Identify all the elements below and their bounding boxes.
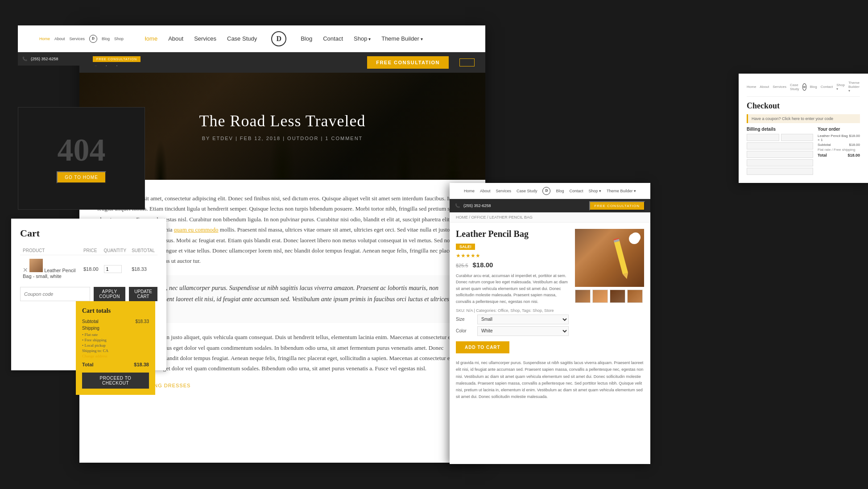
breadcrumb: HOME / OFFICE / LEATHER PENCIL BAG — [456, 215, 533, 220]
go-home-button[interactable]: GO TO HOME — [57, 171, 106, 183]
nav-item-services[interactable]: Services — [194, 35, 216, 42]
col-quantity: Quantity — [101, 246, 129, 255]
product-detail-panel: Home About Services Case Study D Blog Co… — [450, 183, 650, 464]
address-field[interactable] — [747, 159, 813, 166]
nav-logo[interactable]: D — [271, 31, 286, 46]
nav-item-theme-builder[interactable]: Theme Builder — [381, 35, 422, 42]
cart-remove[interactable]: ✕ Leather Pencil Bag - small, white — [20, 255, 81, 283]
cart-price: $18.00 — [81, 255, 101, 283]
order-total-value: $18.00 — [847, 153, 860, 157]
cart-subtotal: $18.33 — [129, 255, 157, 283]
cart-totals: Cart totals Subtotal $18.33 Shipping • F… — [76, 301, 155, 395]
order-item-price: $18.00 — [849, 134, 860, 142]
product-main: Leather Pencil Bag SALE! ★★★★★ $25.5 $18… — [450, 223, 650, 360]
checkout-cols: Billing details Your order Leather Penci… — [747, 127, 860, 176]
hero-meta: BY ETDEV | FEB 12, 2018 | OUTDOOR | 1 CO… — [202, 136, 363, 141]
product-thumbnails — [575, 290, 644, 303]
p404-cta[interactable]: FREE CONSULTATION — [93, 56, 141, 62]
have-coupon[interactable]: Have a coupon? Click here to enter your … — [747, 114, 860, 123]
order-subtotal-val: $18.00 — [849, 143, 860, 147]
cart-title: Cart — [20, 228, 157, 239]
co-nav-shop: Shop ▾ — [836, 83, 845, 91]
order-shipping: Flat rate / Free shipping — [818, 148, 860, 152]
inline-link[interactable]: quam eu commodo — [174, 226, 219, 233]
thumb-1[interactable] — [575, 290, 591, 303]
shipping-opt-flat[interactable]: • Flat rate — [82, 332, 149, 337]
p404-nav-about: About — [54, 37, 65, 41]
size-field-row: Size Small Medium Large — [456, 315, 569, 324]
add-to-cart-button[interactable]: ADD TO CART — [456, 341, 509, 353]
prod-nav-logo[interactable]: D — [542, 187, 550, 195]
cart-table: Product Price Quantity Subtotal ✕ Leathe… — [20, 246, 157, 282]
error-404-number: 404 — [58, 134, 106, 166]
prod-nav-blog[interactable]: Blog — [556, 189, 564, 193]
thumb-4[interactable] — [627, 290, 643, 303]
nav-item-blog[interactable]: Blog — [301, 35, 312, 42]
nav-item-shop[interactable]: Shop — [354, 35, 371, 42]
prod-nav-shop[interactable]: Shop ▾ — [589, 189, 602, 193]
nav-item-case-study[interactable]: Case Study — [227, 35, 257, 42]
order-title: Your order — [818, 127, 860, 132]
last-name-field[interactable] — [781, 134, 814, 141]
nav-item-about[interactable]: About — [168, 35, 183, 42]
first-name-field[interactable] — [747, 134, 779, 141]
p404-nav-blog: Blog — [102, 37, 110, 41]
shipping-to: Shipping to: CA — [82, 348, 149, 353]
zoom-icon[interactable]: ⊕ — [631, 232, 641, 242]
checkout-mini-nav: Home About Services Case Study D Blog Co… — [747, 81, 860, 97]
prod-phone: (255) 352-6258 — [463, 203, 491, 208]
prod-nav-theme[interactable]: Theme Builder ▾ — [607, 189, 636, 193]
cart-coupon-row: APPLY COUPON UPDATE CART — [20, 287, 157, 301]
size-select[interactable]: Small Medium Large — [477, 315, 569, 324]
color-select[interactable]: White Black Brown — [477, 326, 569, 336]
phone-field[interactable] — [747, 168, 813, 175]
thumb-2[interactable] — [592, 290, 608, 303]
p404-phone: (255) 352-6258 — [31, 57, 58, 61]
country-field[interactable] — [747, 151, 813, 158]
coupon-input[interactable] — [20, 287, 90, 301]
update-cart-button[interactable]: UPDATE CART — [129, 287, 157, 301]
product-description: Curabitur arcu erat, accumsan id imperdi… — [456, 273, 569, 305]
proceed-checkout-button[interactable]: PROCEED TO CHECKOUT — [82, 373, 149, 389]
product-new-price: $18.00 — [473, 261, 493, 269]
product-main-image[interactable]: ⊕ — [575, 229, 644, 287]
subtotal-label: Subtotal — [82, 319, 99, 324]
change-address-link[interactable]: Change address — [82, 354, 149, 358]
prod-nav-about[interactable]: About — [480, 189, 491, 193]
order-total-label: Total — [818, 153, 827, 157]
thumb-3[interactable] — [610, 290, 625, 303]
product-body-text: Id gravida mi, nec ullamcorper purus. Su… — [450, 360, 650, 407]
p404-nav-home: Home — [39, 37, 50, 41]
panel-404-darkbar: 📞 (255) 352-6258 FREE CONSULTATION — [18, 52, 145, 66]
co-nav-services: Services — [773, 85, 786, 89]
co-nav-blog: Blog — [810, 85, 817, 89]
company-field[interactable] — [747, 142, 813, 149]
co-nav-theme: Theme Builder ▾ — [848, 81, 860, 93]
shipping-label: Shipping — [82, 326, 99, 331]
order-item-name: Leather Pencil Bag × 1 — [818, 134, 849, 142]
p404-nav-services: Services — [69, 37, 85, 41]
cart-qty[interactable] — [101, 255, 129, 283]
prod-nav-services[interactable]: Services — [496, 189, 511, 193]
product-info: Leather Pencil Bag SALE! ★★★★★ $25.5 $18… — [456, 229, 569, 353]
cart-totals-title: Cart totals — [82, 307, 149, 315]
shipping-row: Shipping — [82, 326, 149, 331]
apply-coupon-button[interactable]: APPLY COUPON — [94, 287, 125, 301]
prod-nav-home[interactable]: Home — [464, 189, 475, 193]
p404-phone-icon: 📞 — [22, 57, 27, 61]
co-nav-home: Home — [747, 85, 756, 89]
cta-outline-button[interactable] — [459, 58, 475, 66]
product-dark-bar: 📞 (255) 352-6258 FREE CONSULTATION — [450, 199, 650, 212]
product-stars: ★★★★★ — [456, 253, 569, 259]
nav-item-contact[interactable]: Contact — [323, 35, 343, 42]
product-image-area: ⊕ — [575, 229, 644, 353]
product-pricing: $25.5 $18.00 — [456, 261, 569, 269]
cta-button[interactable]: FREE CONSULTATION — [367, 56, 449, 69]
prod-nav-case[interactable]: Case Study — [517, 189, 537, 193]
shipping-opt-local[interactable]: • Local pickup — [82, 343, 149, 348]
co-logo: D — [802, 83, 806, 91]
prod-cta-button[interactable]: FREE CONSULTATION — [589, 201, 645, 211]
shipping-opt-free[interactable]: • Free shipping — [82, 338, 149, 342]
col-price: Price — [81, 246, 101, 255]
prod-nav-contact[interactable]: Contact — [570, 189, 583, 193]
